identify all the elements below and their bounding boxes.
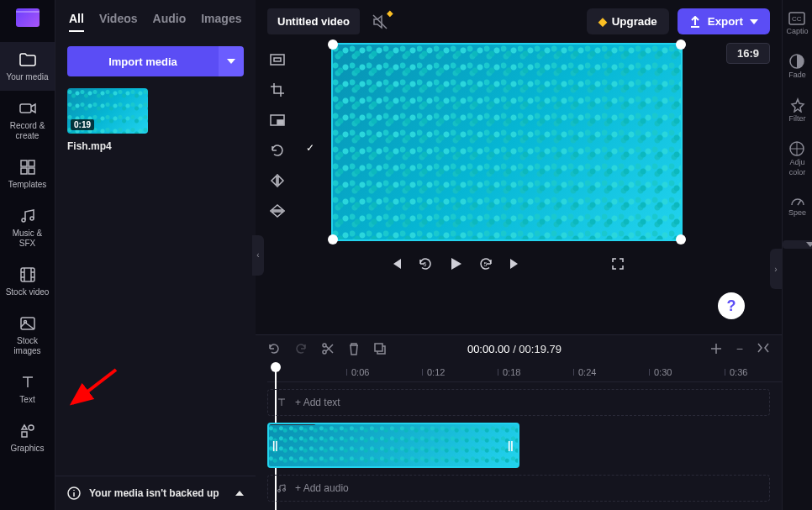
- captions-tool[interactable]: CCCaptio: [786, 12, 808, 35]
- fullscreen-icon[interactable]: [611, 257, 625, 271]
- import-dropdown-caret[interactable]: [219, 46, 244, 76]
- clip-trim-right[interactable]: ||: [508, 433, 514, 458]
- gem-icon: ◆: [598, 15, 607, 28]
- svg-rect-16: [277, 120, 283, 124]
- rail-graphics[interactable]: Graphics: [0, 413, 55, 462]
- svg-rect-0: [20, 104, 31, 113]
- svg-text:5: 5: [423, 261, 426, 267]
- templates-icon: [18, 158, 37, 176]
- tab-audio[interactable]: Audio: [153, 12, 187, 32]
- camera-icon: [18, 99, 37, 118]
- resize-handle-bl[interactable]: [328, 234, 338, 244]
- duplicate-icon[interactable]: [373, 342, 387, 355]
- svg-point-22: [323, 350, 326, 354]
- video-clip[interactable]: Fish.mp4 || ||: [267, 423, 519, 468]
- folder-icon: [18, 50, 37, 69]
- audio-mute-toggle[interactable]: ◆: [372, 13, 388, 30]
- resize-handle-tr[interactable]: [676, 39, 686, 50]
- pip-icon[interactable]: [267, 110, 287, 130]
- aspect-ratio-selector[interactable]: 16:9: [726, 43, 770, 64]
- resize-handle-br[interactable]: [676, 234, 686, 244]
- media-tabs: All Videos Audio Images: [55, 0, 256, 41]
- preview-area: 5 5 16:9 ?: [256, 43, 782, 334]
- rewind-5s-icon[interactable]: 5: [418, 256, 433, 271]
- topbar: ◆ ◆Upgrade Export: [256, 0, 782, 43]
- svg-rect-14: [271, 55, 284, 65]
- audio-lane[interactable]: + Add audio: [267, 475, 770, 502]
- fade-tool[interactable]: Fade: [788, 54, 806, 79]
- audio-lane-icon: [277, 483, 287, 493]
- resize-handle-tl[interactable]: [328, 39, 338, 50]
- project-title-input[interactable]: [267, 8, 360, 34]
- text-lane[interactable]: + Add text: [267, 389, 770, 416]
- media-thumbnail[interactable]: 0:19: [67, 88, 148, 134]
- svg-rect-23: [375, 344, 382, 351]
- timeline-toolbar: 00:00.00 / 00:19.79 −: [256, 335, 782, 362]
- media-grid: 0:19 Fish.mp4 ✓: [55, 88, 256, 152]
- play-button[interactable]: [448, 256, 463, 271]
- upload-icon: [689, 16, 701, 28]
- crop-icon[interactable]: [267, 80, 287, 100]
- delete-icon[interactable]: [348, 342, 360, 355]
- svg-text:5: 5: [483, 261, 487, 267]
- rail-stock-video[interactable]: Stock video: [0, 257, 55, 306]
- zoom-out-icon[interactable]: −: [736, 342, 743, 355]
- help-button[interactable]: ?: [718, 292, 745, 319]
- expand-right-rail[interactable]: [783, 240, 812, 249]
- flip-horizontal-icon[interactable]: [267, 171, 287, 191]
- tab-all[interactable]: All: [69, 12, 84, 32]
- upgrade-button[interactable]: ◆Upgrade: [587, 8, 669, 34]
- svg-rect-7: [21, 268, 34, 281]
- rail-templates[interactable]: Templates: [0, 150, 55, 198]
- clip-trim-left[interactable]: ||: [272, 433, 279, 458]
- premium-diamond-icon: ◆: [387, 8, 393, 18]
- svg-point-25: [283, 489, 286, 492]
- rail-stock-images[interactable]: Stock images: [0, 306, 55, 365]
- preview-canvas[interactable]: [331, 43, 683, 241]
- backup-warning-bar[interactable]: Your media isn't backed up: [55, 476, 256, 510]
- undo-icon[interactable]: [267, 342, 281, 355]
- rail-music-sfx[interactable]: Music & SFX: [0, 198, 55, 257]
- svg-text:CC: CC: [792, 15, 802, 23]
- svg-rect-1: [21, 160, 27, 166]
- left-rail: Your media Record & create Templates Mus…: [0, 0, 55, 510]
- filters-tool[interactable]: Filter: [789, 97, 806, 123]
- tab-images[interactable]: Images: [201, 12, 241, 32]
- forward-5s-icon[interactable]: 5: [478, 256, 493, 271]
- playhead[interactable]: [271, 362, 281, 372]
- timeline-ruler[interactable]: 0:06 0:12 0:18 0:24 0:30 0:36: [267, 362, 782, 382]
- fit-icon[interactable]: [267, 50, 287, 70]
- app-logo: [16, 8, 40, 27]
- chevron-down-icon: [750, 19, 758, 24]
- zoom-fit-icon[interactable]: [757, 342, 770, 355]
- flip-vertical-icon[interactable]: [267, 201, 287, 221]
- clip-label: Fish.mp4: [269, 423, 316, 425]
- export-button[interactable]: Export: [678, 8, 770, 34]
- text-icon: [18, 373, 37, 392]
- rotate-icon[interactable]: [267, 140, 287, 160]
- tab-videos[interactable]: Videos: [99, 12, 138, 32]
- shapes-icon: [18, 422, 37, 440]
- skip-end-icon[interactable]: [509, 257, 522, 271]
- svg-rect-2: [29, 160, 34, 166]
- collapse-right-handle[interactable]: ›: [770, 249, 782, 289]
- add-track-icon[interactable]: [709, 342, 723, 355]
- svg-point-21: [323, 344, 326, 347]
- rail-your-media[interactable]: Your media: [0, 42, 55, 91]
- redo-icon[interactable]: [294, 342, 308, 355]
- speed-tool[interactable]: Spee: [788, 195, 806, 217]
- music-icon: [18, 207, 37, 225]
- video-lane: Fish.mp4 || ||: [267, 423, 770, 468]
- chevron-up-icon: [235, 491, 244, 496]
- rail-text[interactable]: Text: [0, 365, 55, 413]
- skip-start-icon[interactable]: [389, 257, 403, 271]
- adjust-colors-tool[interactable]: Adjucolor: [789, 141, 806, 176]
- split-icon[interactable]: [321, 342, 335, 355]
- media-panel: All Videos Audio Images Import media 0:1…: [55, 0, 256, 510]
- film-icon: [18, 266, 37, 284]
- rail-record-create[interactable]: Record & create: [0, 91, 55, 150]
- import-media-button[interactable]: Import media: [67, 46, 219, 76]
- svg-point-6: [30, 217, 34, 220]
- transport-controls: 5 5: [389, 256, 625, 271]
- timecode-display: 00:00.00 / 00:19.79: [467, 343, 562, 355]
